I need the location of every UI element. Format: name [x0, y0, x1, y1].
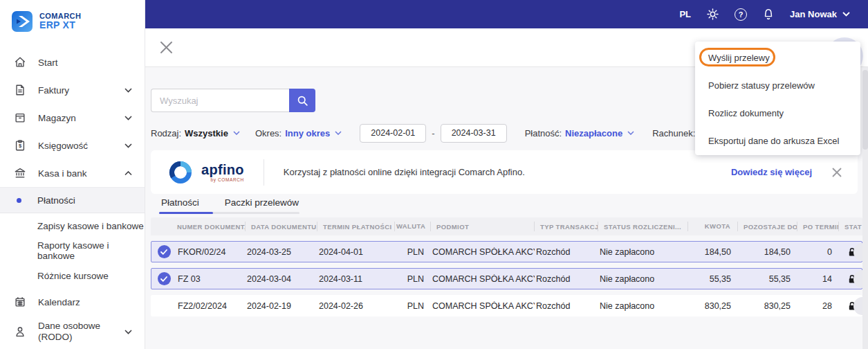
cell-po-terminie: 14	[797, 274, 839, 284]
check-icon	[158, 272, 171, 285]
date-to-input[interactable]	[441, 124, 507, 143]
sidebar-item-dane-osobowe[interactable]: Dane osobowe (RODO)	[0, 316, 145, 348]
app-logo[interactable]: COMARCH ERP XT	[0, 0, 145, 32]
accounting-clipboard-icon: $	[14, 139, 26, 152]
cell-status: Nie zapłacono	[598, 301, 688, 311]
sidebar: COMARCH ERP XT Start Faktury	[0, 0, 145, 349]
scrollbar-thumb[interactable]	[862, 70, 868, 150]
header-typ[interactable]: TYP TRANSAKCJI	[534, 222, 598, 231]
sidebar-item-start[interactable]: Start	[0, 48, 145, 76]
rodzaj-value[interactable]: Wszystkie	[185, 128, 228, 138]
sidebar-subitem-raporty[interactable]: Raporty kasowe i bankowe	[0, 238, 145, 263]
user-menu[interactable]: Jan Nowak	[790, 9, 850, 19]
vertical-scrollbar[interactable]	[862, 67, 868, 349]
sidebar-item-magazyn[interactable]: Magazyn	[0, 104, 145, 132]
tab-active-underline	[159, 212, 213, 214]
cell-waluta: PLN	[395, 301, 431, 311]
sidebar-item-label: Dane osobowe (RODO)	[38, 321, 113, 343]
cell-data: 2024-03-04	[246, 274, 317, 284]
search-button[interactable]	[289, 89, 315, 112]
menu-item-pobierz-statusy[interactable]: Pobierz statusy przelewów	[695, 71, 860, 99]
row-checkbox-checked[interactable]	[151, 272, 176, 285]
chevron-down-icon	[124, 330, 132, 334]
okres-value[interactable]: Inny okres	[285, 128, 330, 138]
cell-termin: 2024-03-11	[317, 274, 395, 284]
date-from-input[interactable]	[360, 124, 426, 143]
search-icon	[297, 95, 308, 107]
home-icon	[14, 56, 26, 69]
sidebar-subitem-platnosci[interactable]: Płatności	[0, 187, 145, 213]
chevron-down-icon[interactable]	[233, 131, 240, 135]
apfino-byline: by COMARCH	[201, 177, 244, 182]
cell-numer: FKOR/02/24	[176, 247, 246, 257]
cell-typ: Rozchód	[535, 274, 598, 284]
apfino-banner: apfino by COMARCH Korzystaj z płatności …	[151, 150, 858, 194]
header-po-terminie[interactable]: PO TERMINIE...	[797, 222, 838, 231]
rodzaj-label: Rodzaj:	[151, 128, 181, 138]
help-icon[interactable]: ?	[735, 8, 747, 21]
sidebar-item-kalendarz[interactable]: Kalendarz	[0, 288, 145, 316]
table-row[interactable]: FZ 03 2024-03-04 2024-03-11 PLN COMARCH …	[151, 268, 862, 289]
menu-item-wyslij-przelewy[interactable]: Wyślij przelewy	[695, 44, 860, 71]
table-row[interactable]: FZ2/02/2024 2024-02-19 2024-02-26 PLN CO…	[151, 295, 862, 316]
sidebar-subitem-roznice[interactable]: Różnice kursowe	[0, 263, 145, 288]
cell-waluta: PLN	[395, 247, 431, 257]
date-separator: -	[432, 128, 434, 138]
active-dot-icon	[17, 198, 21, 203]
bank-icon	[14, 167, 26, 179]
tab-bar: Płatności Paczki przelewów	[161, 197, 299, 208]
filter-bar: Rodzaj: Wszystkie Okres: Inny okres - Pł…	[151, 123, 790, 143]
header-numer[interactable]: NUMER DOKUMENT...	[176, 223, 245, 231]
cell-data: 2024-02-19	[246, 301, 317, 311]
banner-divider	[264, 159, 264, 186]
chevron-down-icon	[124, 143, 132, 148]
tab-underline-track	[159, 212, 299, 214]
calendar-icon	[14, 296, 26, 308]
bell-icon[interactable]	[762, 8, 775, 21]
chevron-down-icon[interactable]	[627, 131, 634, 135]
row-checkbox-checked[interactable]	[151, 245, 176, 258]
chevron-down-icon	[124, 116, 132, 120]
sidebar-item-faktury[interactable]: Faktury	[0, 76, 145, 104]
search-input[interactable]	[151, 89, 289, 112]
sidebar-subitem-zapisy[interactable]: Zapisy kasowe i bankowe	[0, 213, 145, 238]
gear-icon[interactable]	[706, 8, 719, 21]
header-pozostaje[interactable]: POZOSTAJE DO ...	[737, 222, 797, 231]
header-status[interactable]: STATUS ROZLICZENI...	[598, 222, 687, 231]
language-selector[interactable]: PL	[679, 9, 691, 19]
chevron-down-icon[interactable]	[335, 131, 342, 135]
menu-item-rozlicz-dokumenty[interactable]: Rozlicz dokumenty	[695, 99, 860, 127]
sidebar-item-ksiegowosc[interactable]: $ Księgowość	[0, 132, 145, 159]
tab-platnosci[interactable]: Płatności	[161, 197, 199, 208]
header-data[interactable]: DATA DOKUMENTU...	[245, 222, 317, 231]
close-icon[interactable]	[159, 40, 174, 55]
apfino-name: apfino	[201, 163, 244, 177]
sidebar-item-kasa-i-bank[interactable]: Kasa i bank	[0, 159, 145, 187]
payments-table: NUMER DOKUMENT... DATA DOKUMENTU... TERM…	[151, 217, 862, 316]
header-stat[interactable]: STAT	[838, 222, 862, 231]
sidebar-item-label: Faktury	[38, 85, 69, 96]
platnosc-label: Płatność:	[525, 128, 562, 138]
cell-termin: 2024-04-01	[317, 247, 395, 257]
learn-more-link[interactable]: Dowiedz się więcej	[731, 167, 812, 177]
sidebar-subitem-label: Różnice kursowe	[37, 271, 109, 281]
header-waluta[interactable]: WALUTA	[394, 222, 430, 231]
table-row[interactable]: FKOR/02/24 2024-03-25 2024-04-01 PLN COM…	[151, 241, 862, 262]
apfino-logo-icon	[167, 159, 194, 186]
brand-line2: ERP XT	[39, 20, 81, 30]
header-podmiot[interactable]: PODMIOT	[430, 222, 534, 231]
platnosc-value[interactable]: Niezapłacone	[565, 128, 622, 138]
sidebar-subitem-label: Płatności	[37, 195, 75, 206]
banner-close-icon[interactable]	[831, 167, 842, 178]
menu-item-eksportuj-excel[interactable]: Eksportuj dane do arkusza Excel	[695, 127, 860, 154]
chevron-up-icon	[124, 171, 132, 176]
header-kwota[interactable]: KWOTA	[687, 222, 737, 231]
cell-typ: Rozchód	[535, 301, 598, 311]
header-termin[interactable]: TERMIN PŁATNOŚCI	[317, 222, 394, 231]
cell-numer: FZ 03	[176, 274, 246, 284]
sidebar-item-label: Kasa i bank	[38, 168, 87, 179]
cell-podmiot: COMARCH SPÓŁKA AKCY	[431, 301, 535, 311]
brand-text: COMARCH ERP XT	[39, 12, 81, 30]
sidebar-item-label: Start	[38, 57, 58, 68]
tab-paczki-przelewow[interactable]: Paczki przelewów	[225, 197, 299, 208]
